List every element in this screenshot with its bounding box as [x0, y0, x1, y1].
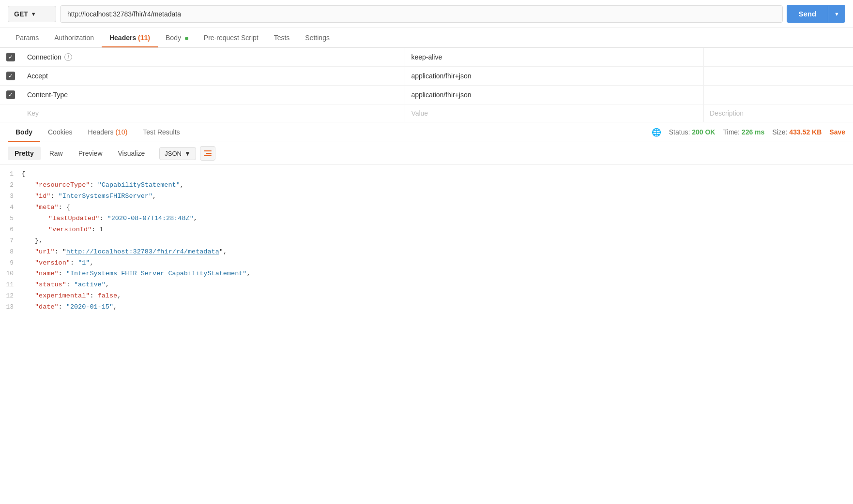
header-key: Content-Type	[27, 91, 68, 99]
res-tab-test-results[interactable]: Test Results	[135, 122, 187, 142]
header-key: Accept	[27, 72, 48, 80]
line-content: "versionId": 1	[21, 224, 849, 236]
format-label: JSON	[165, 150, 182, 157]
tab-body[interactable]: Body	[158, 28, 196, 47]
json-line: 13"date": "2020-01-15",	[0, 302, 853, 313]
line-number: 5	[4, 213, 21, 224]
line-number: 4	[4, 202, 21, 213]
wrap-icon	[204, 150, 212, 156]
tab-tests[interactable]: Tests	[266, 28, 298, 47]
size-value: 433.52 KB	[789, 128, 822, 136]
wrap-button[interactable]	[200, 146, 215, 161]
headers-table: ✓ Connection i keep-alive ✓ Ac	[0, 48, 853, 122]
description-cell	[704, 48, 853, 67]
key-cell: Connection i	[21, 48, 405, 67]
tab-pre-request-script[interactable]: Pre-request Script	[196, 28, 266, 47]
res-tab-cookies[interactable]: Cookies	[40, 122, 80, 142]
body-tab-visualize[interactable]: Visualize	[111, 147, 152, 160]
json-line: 10"name": "InterSystems FHIR Server Capa…	[0, 268, 853, 280]
value-cell: application/fhir+json	[405, 86, 704, 104]
json-line: 7},	[0, 236, 853, 247]
line-content: "meta": {	[21, 202, 849, 213]
time-value: 226 ms	[742, 128, 764, 136]
send-button[interactable]: Send ▼	[787, 5, 845, 23]
res-headers-badge: (10)	[115, 128, 127, 136]
res-tab-headers[interactable]: Headers (10)	[80, 122, 136, 142]
body-tab-preview[interactable]: Preview	[72, 147, 109, 160]
method-selector[interactable]: GET ▼	[8, 6, 56, 22]
checkbox-cell: ✓	[0, 48, 21, 67]
status-label: Status: 200 OK	[669, 128, 716, 136]
key-placeholder[interactable]: Key	[27, 109, 39, 117]
send-button-label: Send	[787, 5, 828, 23]
row-checkbox[interactable]: ✓	[6, 72, 15, 80]
method-label: GET	[14, 10, 28, 18]
globe-icon: 🌐	[652, 128, 661, 137]
json-line: 12"experimental": false,	[0, 291, 853, 302]
line-number: 11	[4, 280, 21, 290]
body-tab-raw[interactable]: Raw	[43, 147, 70, 160]
line-content: "url": "http://localhost:32783/fhir/r4/m…	[21, 247, 849, 258]
tab-settings[interactable]: Settings	[297, 28, 337, 47]
desc-placeholder[interactable]: Description	[710, 109, 744, 117]
response-tabs: Body Cookies Headers (10) Test Results 🌐…	[0, 122, 853, 142]
json-line: 1{	[0, 169, 853, 180]
value-placeholder[interactable]: Value	[411, 109, 428, 117]
json-line: 9"version": "1",	[0, 258, 853, 269]
line-content: "date": "2020-01-15",	[21, 302, 849, 313]
time-label: Time: 226 ms	[723, 128, 764, 136]
header-value: application/fhir+json	[411, 72, 471, 80]
headers-badge: (11)	[138, 34, 150, 42]
line-number: 7	[4, 236, 21, 246]
format-selector[interactable]: JSON ▼	[159, 147, 196, 160]
key-cell: Accept	[21, 67, 405, 86]
line-number: 2	[4, 180, 21, 191]
tab-authorization[interactable]: Authorization	[46, 28, 102, 47]
checkbox-cell: ✓	[0, 86, 21, 104]
checkbox-cell: ✓	[0, 67, 21, 86]
description-cell	[704, 67, 853, 86]
res-tab-body[interactable]: Body	[8, 122, 40, 142]
method-dropdown-arrow: ▼	[31, 11, 36, 17]
header-value: application/fhir+json	[411, 91, 471, 99]
body-display-tabs: Pretty Raw Preview Visualize JSON ▼	[0, 142, 853, 165]
line-number: 6	[4, 224, 21, 235]
line-number: 9	[4, 258, 21, 268]
table-row: ✓ Content-Type application/fhir+json	[0, 86, 853, 104]
json-line: 6"versionId": 1	[0, 224, 853, 236]
line-number: 12	[4, 291, 21, 301]
tab-params[interactable]: Params	[8, 28, 46, 47]
info-icon: i	[64, 53, 72, 61]
line-content: "name": "InterSystems FHIR Server Capabi…	[21, 268, 849, 280]
body-tab-pretty[interactable]: Pretty	[8, 147, 41, 160]
response-meta: 🌐 Status: 200 OK Time: 226 ms Size: 433.…	[652, 128, 845, 137]
line-content: "experimental": false,	[21, 291, 849, 302]
url-input[interactable]	[60, 5, 783, 23]
row-checkbox[interactable]: ✓	[6, 53, 15, 61]
line-number: 10	[4, 268, 21, 279]
key-cell: Content-Type	[21, 86, 405, 104]
tab-headers[interactable]: Headers (11)	[102, 28, 158, 47]
table-row: ✓ Accept application/fhir+json	[0, 67, 853, 86]
header-value: keep-alive	[411, 53, 442, 61]
line-content: {	[21, 169, 849, 180]
header-key: Connection	[27, 53, 61, 61]
line-content: "resourceType": "CapabilityStatement",	[21, 180, 849, 191]
line-number: 8	[4, 247, 21, 257]
json-line: 5"lastUpdated": "2020-08-07T14:28:48Z",	[0, 213, 853, 224]
status-value: 200 OK	[692, 128, 715, 136]
save-response-button[interactable]: Save	[829, 128, 845, 136]
send-dropdown-arrow[interactable]: ▼	[828, 6, 845, 22]
line-number: 3	[4, 191, 21, 202]
row-checkbox[interactable]: ✓	[6, 90, 15, 99]
line-content: },	[21, 236, 849, 247]
line-number: 13	[4, 302, 21, 312]
line-content: "version": "1",	[21, 258, 849, 269]
url-bar: GET ▼ Send ▼	[0, 0, 853, 28]
json-line: 2"resourceType": "CapabilityStatement",	[0, 180, 853, 191]
format-dropdown-arrow: ▼	[184, 150, 191, 157]
json-line: 11"status": "active",	[0, 280, 853, 291]
value-cell: application/fhir+json	[405, 67, 704, 86]
table-row-placeholder: Key Value Description	[0, 104, 853, 122]
json-line: 8"url": "http://localhost:32783/fhir/r4/…	[0, 247, 853, 258]
